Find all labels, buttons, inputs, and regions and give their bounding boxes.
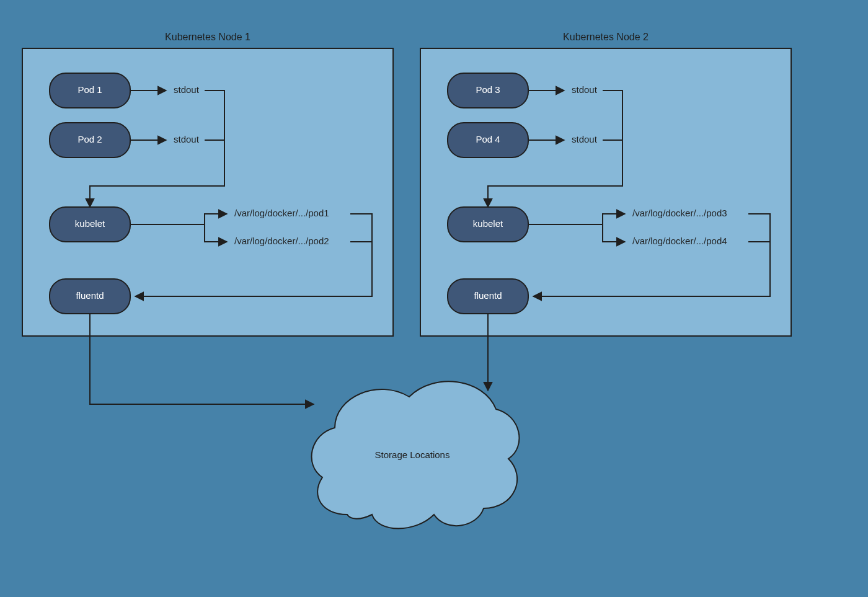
node1-title: Kubernetes Node 1 (165, 32, 250, 42)
pod1-label: Pod 1 (78, 84, 102, 95)
storage-cloud: Storage Locations (312, 381, 520, 528)
pod4-label: Pod 4 (476, 134, 500, 144)
kubelet1-label: kubelet (75, 218, 105, 229)
fluentd1-label: fluentd (76, 290, 104, 301)
kubelet2-label: kubelet (473, 218, 503, 229)
logpath3-text: /var/log/docker/.../pod3 (632, 208, 727, 218)
kubernetes-node-2: Kubernetes Node 2 Pod 3 Pod 4 stdout std… (420, 32, 791, 336)
pod4-stdout-text: stdout (572, 134, 598, 144)
kubernetes-node-1: Kubernetes Node 1 Pod 1 Pod 2 stdout std… (22, 32, 393, 336)
pod2-label: Pod 2 (78, 134, 102, 144)
node2-title: Kubernetes Node 2 (563, 32, 649, 42)
logpath1-text: /var/log/docker/.../pod1 (234, 208, 329, 218)
pod3-label: Pod 3 (476, 84, 500, 95)
logpath4-text: /var/log/docker/.../pod4 (632, 236, 727, 246)
storage-label: Storage Locations (375, 449, 450, 460)
pod3-stdout-text: stdout (572, 84, 598, 95)
fluentd2-label: fluentd (474, 290, 502, 301)
pod2-stdout-text: stdout (174, 134, 200, 144)
logpath2-text: /var/log/docker/.../pod2 (234, 236, 329, 246)
pod1-stdout-text: stdout (174, 84, 200, 95)
